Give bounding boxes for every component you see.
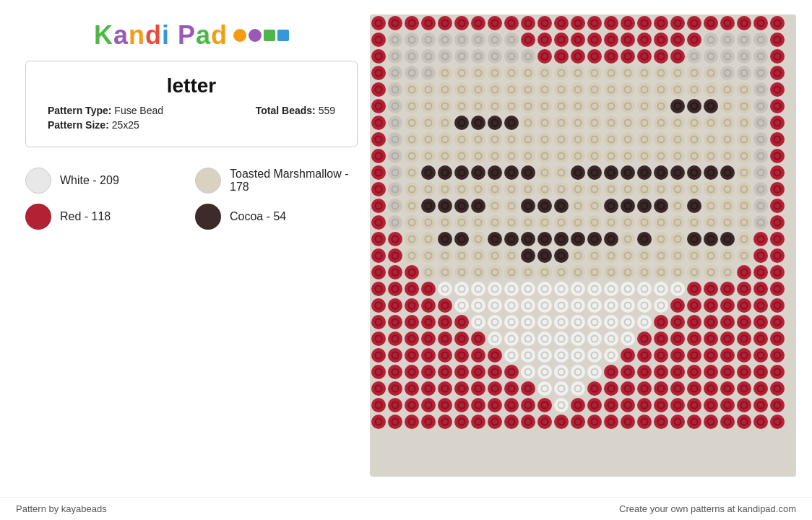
- pattern-size-row: Pattern Size: 25x25: [48, 119, 139, 131]
- logo-letter-i: i: [162, 20, 170, 50]
- logo-purple-circle: [249, 29, 262, 42]
- color-item-red: Red - 118: [25, 204, 188, 230]
- color-swatch-toasted: [195, 168, 221, 194]
- logo-blue-square: [277, 30, 289, 41]
- color-swatch-white: [25, 168, 51, 194]
- pattern-size-value: 25x25: [112, 119, 139, 131]
- pattern-meta-type: Pattern Type: Fuse Bead Total Beads: 559: [48, 105, 335, 116]
- pattern-title: letter: [48, 74, 335, 98]
- right-panel: [368, 7, 798, 490]
- colors-grid: White - 209 Toasted Marshmallow - 178 Re…: [25, 168, 358, 230]
- bead-canvas: [370, 14, 796, 477]
- logo-letter-d: d: [145, 20, 162, 50]
- left-panel: Kandi Pad letter Pattern Type: Fuse Bead…: [14, 7, 368, 490]
- color-swatch-red: [25, 204, 51, 230]
- pattern-size-label: Pattern Size:: [48, 119, 109, 131]
- logo-letter-k: K: [94, 20, 113, 50]
- logo-letter-d2: d: [211, 20, 228, 50]
- color-item-cocoa: Cocoa - 54: [195, 204, 358, 230]
- color-label-red: Red - 118: [60, 210, 111, 223]
- logo-letter-a: a: [113, 20, 129, 50]
- pattern-beads-value: 559: [319, 105, 335, 116]
- color-label-white: White - 209: [60, 174, 119, 187]
- pattern-info-box: letter Pattern Type: Fuse Bead Total Bea…: [25, 61, 358, 147]
- logo-text: Kandi Pad: [94, 20, 228, 51]
- logo-orange-circle: [233, 29, 246, 42]
- footer-right: Create your own patterns at kandipad.com: [619, 503, 796, 514]
- color-item-white: White - 209: [25, 168, 188, 194]
- logo-letter-n: n: [129, 20, 145, 50]
- logo-letter-a2: a: [196, 20, 211, 50]
- color-label-toasted: Toasted Marshmallow - 178: [230, 168, 358, 194]
- pattern-type-value: Fuse Bead: [114, 105, 163, 116]
- main-content: Kandi Pad letter Pattern Type: Fuse Bead…: [0, 0, 812, 497]
- logo-letter-p: P: [178, 20, 196, 50]
- pattern-beads-label: Total Beads:: [256, 105, 316, 116]
- pattern-beads-row: Total Beads: 559: [256, 105, 335, 116]
- logo-green-square: [264, 30, 275, 41]
- bead-pattern-svg: [370, 14, 796, 477]
- color-swatch-cocoa: [195, 204, 221, 230]
- color-label-cocoa: Cocoa - 54: [230, 210, 286, 223]
- footer: Pattern by kayabeads Create your own pat…: [0, 497, 812, 520]
- pattern-type-row: Pattern Type: Fuse Bead: [48, 105, 163, 116]
- pattern-type-label: Pattern Type:: [48, 105, 111, 116]
- logo-area: Kandi Pad: [94, 7, 289, 61]
- color-item-toasted: Toasted Marshmallow - 178: [195, 168, 358, 194]
- pattern-meta-size: Pattern Size: 25x25: [48, 119, 335, 131]
- logo-icon: [233, 29, 289, 42]
- footer-left: Pattern by kayabeads: [16, 503, 107, 514]
